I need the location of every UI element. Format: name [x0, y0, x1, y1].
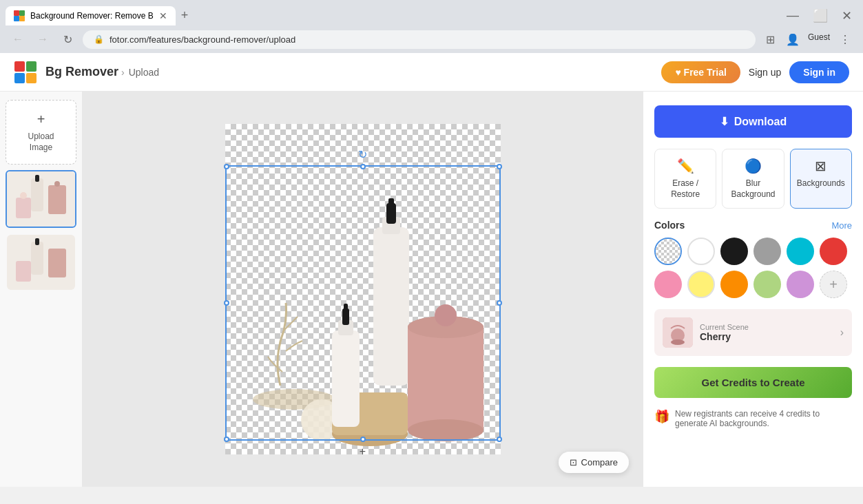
color-swatch-black[interactable]: [720, 238, 748, 265]
header-right: ♥ Free Trial Sign up Sign in: [661, 61, 849, 83]
refresh-button[interactable]: ↻: [58, 30, 77, 49]
sign-up-button[interactable]: Sign up: [749, 67, 781, 78]
color-swatch-cyan[interactable]: [787, 238, 814, 265]
compare-label: Compare: [581, 457, 618, 468]
blur-icon: 🔵: [745, 158, 762, 174]
download-button[interactable]: ⬇ Download: [654, 105, 852, 138]
scene-info: Current Scene Cherry: [700, 323, 833, 342]
svg-rect-19: [48, 249, 66, 277]
svg-rect-7: [26, 61, 37, 72]
color-add-button[interactable]: +: [820, 271, 847, 298]
fotor-logo-icon: [14, 61, 37, 84]
color-swatch-lime[interactable]: [753, 271, 781, 298]
thumbnail-1[interactable]: [6, 170, 76, 228]
svg-rect-27: [388, 198, 394, 207]
color-swatch-purple[interactable]: [787, 271, 814, 298]
canvas-background: [225, 124, 501, 454]
compare-button[interactable]: ⊡ Compare: [559, 452, 629, 473]
breadcrumb-page: Upload: [129, 67, 159, 78]
current-scene-panel[interactable]: Current Scene Cherry ›: [654, 309, 852, 356]
colors-grid: +: [654, 238, 852, 298]
svg-rect-3: [14, 16, 19, 21]
window-controls: — ⬜ ✕: [781, 7, 857, 25]
upload-label: UploadImage: [28, 132, 54, 153]
color-swatch-gray[interactable]: [753, 238, 781, 265]
address-bar[interactable]: 🔒 fotor.com/features/background-remover/…: [83, 30, 756, 49]
maximize-button[interactable]: ⬜: [807, 7, 833, 25]
blur-label: BlurBackground: [731, 178, 775, 200]
browser-chrome: Background Remover: Remove B ✕ + — ⬜ ✕ ←…: [0, 0, 863, 53]
upload-image-button[interactable]: + UploadImage: [6, 100, 76, 165]
left-sidebar: + UploadImage: [0, 92, 83, 487]
svg-rect-18: [16, 261, 31, 282]
svg-point-34: [408, 419, 484, 441]
color-swatch-red[interactable]: [820, 238, 847, 265]
app-logo: Bg Remover: [14, 61, 118, 84]
color-swatch-orange[interactable]: [720, 271, 748, 298]
profile-name: Guest: [805, 30, 833, 49]
color-swatch-pink[interactable]: [654, 271, 682, 298]
colors-more-link[interactable]: More: [831, 220, 852, 231]
browser-tab[interactable]: Background Remover: Remove B ✕: [6, 6, 176, 25]
profile-button[interactable]: 👤: [783, 30, 802, 49]
upload-plus-icon: +: [37, 112, 45, 127]
svg-rect-33: [408, 327, 484, 430]
extensions-button[interactable]: ⊞: [761, 30, 780, 49]
free-trial-button[interactable]: ♥ Free Trial: [661, 61, 740, 83]
backgrounds-button[interactable]: ⊠ Backgrounds: [790, 149, 852, 209]
get-credits-button[interactable]: Get Credits to Create: [654, 367, 852, 398]
svg-rect-10: [31, 178, 43, 211]
colors-section: Colors More +: [654, 220, 852, 298]
thumbnail-2[interactable]: [6, 233, 76, 291]
product-image: [225, 124, 501, 454]
svg-rect-31: [344, 304, 348, 311]
svg-rect-30: [342, 308, 349, 325]
app-name-label: Bg Remover: [45, 65, 118, 79]
back-button[interactable]: ←: [8, 30, 28, 49]
tab-close-icon[interactable]: ✕: [159, 11, 167, 21]
canvas-area: ↻ + ⊡ Compare: [83, 92, 643, 487]
close-button[interactable]: ✕: [836, 7, 857, 25]
tab-favicon: [14, 10, 25, 21]
color-swatch-transparent[interactable]: [654, 238, 682, 265]
svg-point-36: [435, 304, 457, 326]
minimize-button[interactable]: —: [781, 7, 804, 25]
lock-icon: 🔒: [94, 34, 104, 44]
sign-in-button[interactable]: Sign in: [789, 61, 849, 83]
svg-point-39: [671, 339, 685, 345]
breadcrumb-separator: ›: [121, 67, 125, 78]
credits-info: 🎁 New registrants can receive 4 credits …: [654, 409, 852, 428]
thumbnail-2-image: [10, 235, 72, 290]
svg-point-13: [20, 192, 27, 199]
svg-rect-4: [19, 16, 25, 21]
scene-thumbnail-image: [663, 317, 693, 348]
backgrounds-icon: ⊠: [815, 158, 826, 174]
download-icon: ⬇: [720, 115, 729, 128]
svg-rect-2: [19, 10, 25, 16]
blur-background-button[interactable]: 🔵 BlurBackground: [722, 149, 784, 209]
canvas-container: ↻ +: [225, 124, 501, 454]
colors-title: Colors: [654, 220, 685, 231]
new-tab-button[interactable]: +: [176, 6, 194, 25]
tab-title: Background Remover: Remove B: [30, 11, 154, 21]
svg-point-15: [54, 181, 60, 187]
svg-rect-9: [26, 73, 37, 83]
menu-button[interactable]: ⋮: [835, 30, 855, 49]
erase-restore-button[interactable]: ✏️ Erase / Restore: [654, 149, 716, 209]
color-swatch-white[interactable]: [687, 238, 715, 265]
thumbnail-1-image: [10, 171, 72, 227]
credits-info-text: New registrants can receive 4 credits to…: [675, 409, 852, 428]
svg-rect-16: [31, 242, 43, 275]
app-container: Bg Remover › Upload ♥ Free Trial Sign up…: [0, 53, 863, 487]
svg-rect-24: [373, 227, 409, 386]
color-swatch-yellow[interactable]: [687, 271, 715, 298]
compare-icon: ⊡: [570, 457, 577, 468]
browser-right-controls: ⊞ 👤 Guest ⋮: [761, 30, 855, 49]
scene-thumbnail: [663, 317, 693, 348]
svg-rect-17: [35, 238, 39, 245]
svg-rect-8: [14, 73, 25, 83]
svg-rect-11: [35, 175, 39, 182]
forward-button[interactable]: →: [33, 30, 52, 49]
tools-row: ✏️ Erase / Restore 🔵 BlurBackground ⊠ Ba…: [654, 149, 852, 209]
address-text: fotor.com/features/background-remover/up…: [110, 34, 295, 45]
